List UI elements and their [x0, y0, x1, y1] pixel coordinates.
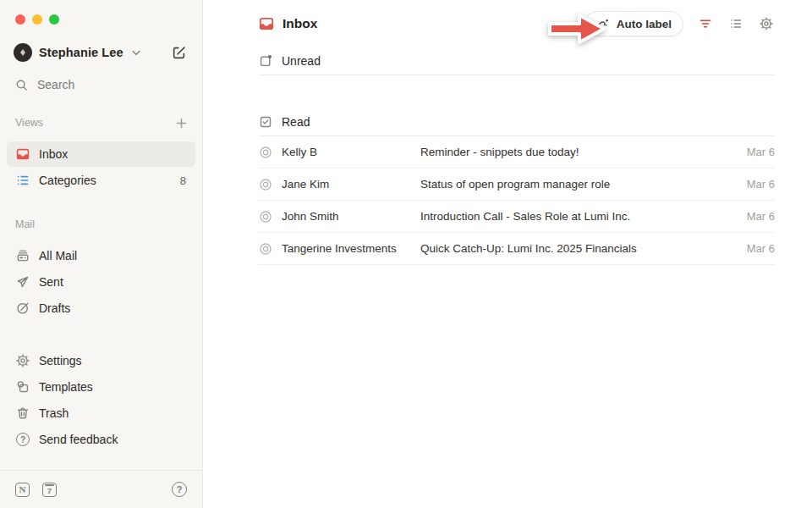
mail-nav: All Mail Sent Drafts [0, 242, 202, 322]
templates-label: Templates [39, 380, 93, 394]
page-title: Inbox [283, 16, 317, 31]
email-row[interactable]: Jane Kim Status of open program manager … [259, 168, 775, 201]
chevron-down-icon [132, 50, 140, 56]
sidebar: Stephanie Lee Search Views [0, 0, 203, 508]
sidebar-item-send-feedback[interactable]: ? Send feedback [7, 427, 195, 452]
close-window-button[interactable] [15, 14, 25, 25]
sent-label: Sent [39, 275, 63, 289]
sidebar-item-inbox[interactable]: Inbox [7, 141, 195, 167]
notion-logo-icon[interactable]: N [15, 483, 30, 497]
inbox-main-panel: Inbox Auto label [203, 0, 812, 508]
email-subject: Introduction Call - Sales Role at Lumi I… [420, 210, 737, 223]
unread-icon [259, 54, 272, 68]
all-mail-icon [16, 249, 30, 262]
view-settings-button[interactable] [758, 15, 775, 32]
read-status-icon[interactable] [259, 210, 272, 224]
sent-icon [16, 275, 30, 289]
traffic-lights [0, 0, 202, 25]
inbox-icon [16, 147, 30, 161]
read-section-header[interactable]: Read [259, 108, 775, 136]
plus-icon [176, 118, 187, 129]
mail-app-window: Stephanie Lee Search Views [0, 0, 812, 508]
search-label: Search [37, 78, 74, 91]
email-subject: Quick Catch-Up: Lumi Inc. 2025 Financial… [420, 242, 737, 255]
calendar-icon[interactable]: 7 [42, 483, 57, 497]
unread-section-label: Unread [282, 54, 321, 68]
all-mail-label: All Mail [39, 249, 77, 262]
zoom-window-button[interactable] [49, 14, 59, 25]
utility-nav: Settings Templates Trash ? Send feedback [0, 347, 202, 453]
compose-button[interactable] [168, 42, 189, 63]
sidebar-item-all-mail[interactable]: All Mail [7, 243, 195, 268]
email-date: Mar 6 [747, 146, 775, 158]
user-name: Stephanie Lee [39, 46, 123, 59]
account-switcher[interactable]: Stephanie Lee [0, 39, 202, 66]
read-checkbox-icon [259, 115, 272, 129]
filter-button[interactable] [697, 15, 714, 32]
gear-icon [760, 17, 773, 30]
mail-section-header: Mail [0, 216, 202, 233]
email-subject: Reminder - snippets due today! [420, 146, 737, 158]
sidebar-item-trash[interactable]: Trash [7, 400, 195, 426]
drafts-label: Drafts [39, 301, 70, 315]
email-row[interactable]: Kelly B Reminder - snippets due today! M… [259, 136, 775, 168]
categories-label: Categories [39, 174, 96, 187]
categories-count-badge: 8 [180, 174, 186, 187]
templates-icon [16, 380, 30, 394]
email-sender: Kelly B [282, 146, 420, 158]
views-section-header: Views [0, 114, 202, 131]
compose-icon [172, 46, 186, 60]
read-status-icon[interactable] [259, 178, 272, 191]
search-icon [15, 79, 28, 91]
sidebar-item-categories[interactable]: Categories 8 [7, 168, 195, 193]
email-sender: Jane Kim [282, 178, 420, 190]
header-actions: Auto label [584, 11, 775, 36]
email-row[interactable]: Tangerine Investments Quick Catch-Up: Lu… [259, 233, 775, 265]
trash-label: Trash [39, 406, 69, 420]
list-view-button[interactable] [727, 15, 744, 32]
inbox-header: Inbox Auto label [259, 11, 775, 36]
minimize-window-button[interactable] [32, 14, 42, 25]
sidebar-item-drafts[interactable]: Drafts [7, 295, 195, 321]
add-view-button[interactable] [176, 118, 187, 129]
read-status-icon[interactable] [259, 242, 272, 256]
sidebar-footer: N 7 ? [0, 470, 202, 508]
auto-label-button[interactable]: Auto label [584, 11, 683, 36]
email-date: Mar 6 [747, 210, 775, 223]
sidebar-item-templates[interactable]: Templates [7, 374, 195, 400]
sidebar-item-settings[interactable]: Settings [7, 348, 195, 373]
unread-section-header[interactable]: Unread [259, 47, 775, 75]
inbox-title-icon [259, 16, 274, 31]
feedback-label: Send feedback [39, 433, 118, 446]
help-icon[interactable]: ? [172, 482, 187, 497]
sidebar-item-sent[interactable]: Sent [7, 269, 195, 295]
read-status-icon[interactable] [259, 146, 272, 159]
mail-label: Mail [15, 218, 35, 230]
email-date: Mar 6 [747, 178, 775, 190]
auto-label-button-label: Auto label [617, 18, 672, 30]
drafts-icon [16, 301, 30, 315]
email-subject: Status of open program manager role [420, 178, 737, 190]
trash-icon [16, 406, 30, 420]
filter-icon [699, 17, 712, 30]
views-label: Views [15, 117, 43, 129]
settings-label: Settings [39, 354, 82, 367]
views-nav: Inbox Categories 8 [0, 141, 202, 194]
inbox-label: Inbox [39, 147, 68, 161]
auto-label-wand-icon [596, 17, 610, 30]
settings-gear-icon [16, 354, 30, 367]
email-row[interactable]: John Smith Introduction Call - Sales Rol… [259, 201, 775, 233]
sidebar-item-search[interactable]: Search [0, 71, 202, 98]
feedback-question-icon: ? [16, 433, 30, 446]
email-sender: John Smith [282, 210, 420, 223]
avatar [14, 43, 32, 62]
list-view-icon [729, 17, 743, 30]
sidebar-spacer [0, 453, 202, 470]
categories-icon [16, 174, 30, 187]
email-date: Mar 6 [747, 242, 775, 255]
read-section-label: Read [282, 115, 310, 129]
email-sender: Tangerine Investments [282, 242, 420, 255]
